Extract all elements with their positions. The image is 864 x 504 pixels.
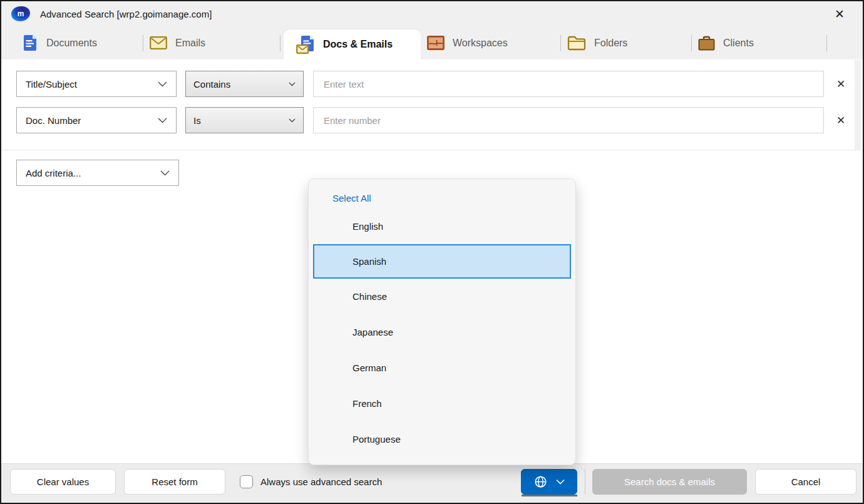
tab-documents[interactable]: Documents [16, 26, 143, 59]
language-option-german[interactable]: German [309, 350, 575, 386]
advanced-search-window: m Advanced Search [wrp2.goimanage.com] ✕… [0, 0, 864, 504]
briefcase-icon [698, 36, 715, 51]
always-advanced-label: Always use advanced search [260, 476, 382, 487]
language-menu: Select All English Spanish Chinese Japan… [308, 178, 576, 465]
remove-criteria-button[interactable]: ✕ [833, 112, 849, 128]
document-icon [23, 34, 38, 51]
cancel-button[interactable]: Cancel [755, 469, 856, 495]
window-title: Advanced Search [wrp2.goimanage.com] [40, 9, 212, 19]
tab-workspaces[interactable]: Workspaces [421, 26, 560, 59]
search-docs-emails-button[interactable]: Search docs & emails [592, 469, 747, 495]
chevron-down-icon [158, 81, 167, 87]
tab-docs-and-emails-label: Docs & Emails [323, 39, 393, 50]
criteria-value-input[interactable] [313, 107, 824, 133]
imanage-logo-icon: m [11, 6, 30, 21]
add-criteria-dropdown[interactable]: Add criteria... [16, 160, 179, 186]
envelope-icon [150, 36, 167, 49]
always-advanced-checkbox[interactable] [240, 475, 253, 488]
remove-criteria-button[interactable]: ✕ [833, 76, 849, 92]
tab-docs-and-emails[interactable]: Docs & Emails [284, 29, 421, 59]
tab-divider [280, 35, 280, 51]
footer-divider [585, 469, 585, 495]
chevron-down-icon [289, 82, 296, 86]
chevron-down-icon [160, 170, 170, 176]
language-button-underline [522, 495, 577, 496]
chevron-down-icon [289, 118, 296, 123]
tab-folders-label: Folders [594, 38, 627, 49]
clear-values-button[interactable]: Clear values [10, 469, 116, 495]
language-selector-button[interactable] [521, 469, 577, 495]
doc-email-icon [296, 35, 315, 54]
language-option-portuguese[interactable]: Portuguese [309, 421, 575, 457]
tab-emails[interactable]: Emails [143, 26, 280, 59]
tab-clients[interactable]: Clients [692, 26, 826, 59]
language-option-spanish[interactable]: Spanish [313, 244, 571, 279]
criteria-operator-value: Contains [193, 79, 230, 90]
language-option-chinese[interactable]: Chinese [309, 279, 575, 314]
criteria-scrollbar-track[interactable] [855, 60, 861, 150]
tab-divider [826, 35, 827, 51]
reset-form-button[interactable]: Reset form [124, 469, 225, 495]
select-all-option[interactable]: Select All [309, 187, 575, 208]
section-divider [1, 150, 863, 150]
chevron-down-icon [158, 118, 167, 123]
criteria-operator-select[interactable]: Is [185, 107, 304, 133]
language-option-french[interactable]: French [309, 386, 575, 421]
criteria-field-dropdown[interactable]: Title/Subject [16, 71, 177, 97]
criteria-field-value: Title/Subject [26, 79, 77, 90]
globe-icon [534, 475, 547, 488]
criteria-value-input[interactable] [313, 71, 824, 97]
tab-clients-label: Clients [723, 38, 754, 49]
criteria-operator-select[interactable]: Contains [185, 71, 304, 97]
footer-bar: Clear values Reset form Always use advan… [1, 463, 863, 503]
tab-documents-label: Documents [46, 38, 97, 49]
tab-emails-label: Emails [175, 38, 205, 49]
tab-workspaces-label: Workspaces [453, 38, 508, 49]
criteria-operator-value: Is [193, 115, 201, 126]
title-bar: m Advanced Search [wrp2.goimanage.com] ✕ [1, 1, 863, 26]
tab-folders[interactable]: Folders [561, 26, 691, 59]
criteria-field-dropdown[interactable]: Doc. Number [16, 107, 177, 133]
tab-bar: Documents Emails Docs & Emails Workspace… [1, 26, 863, 59]
chevron-down-icon [556, 479, 565, 485]
language-option-english[interactable]: English [309, 208, 575, 244]
criteria-field-value: Doc. Number [26, 115, 81, 126]
workspace-icon [427, 36, 445, 50]
language-option-japanese[interactable]: Japanese [309, 314, 575, 350]
folder-icon [567, 36, 586, 51]
add-criteria-label: Add criteria... [26, 168, 81, 178]
window-close-button[interactable]: ✕ [831, 6, 848, 22]
